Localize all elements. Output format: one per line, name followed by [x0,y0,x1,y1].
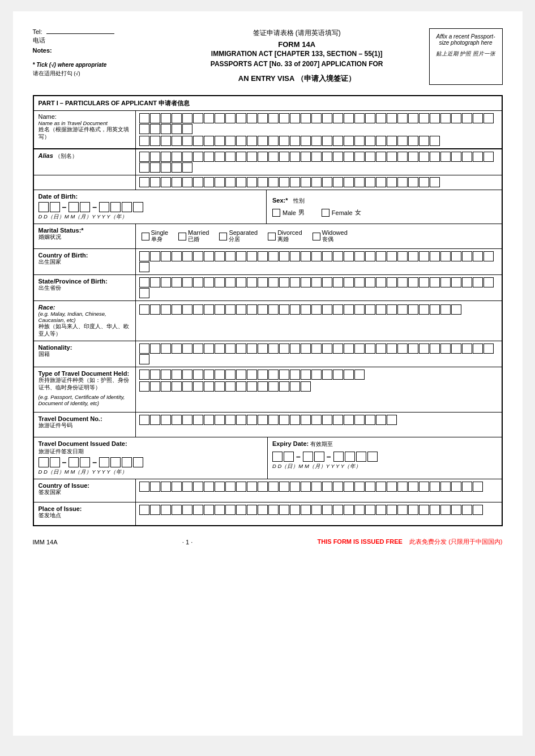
char-box[interactable] [172,415,182,425]
char-box[interactable] [483,152,494,162]
char-box[interactable] [150,177,160,187]
char-box[interactable] [236,482,246,492]
char-box[interactable] [139,262,149,272]
char-box[interactable] [397,304,408,315]
char-box[interactable] [419,277,429,287]
char-box[interactable] [215,381,225,392]
marital-married-checkbox[interactable] [178,233,186,240]
char-box[interactable] [215,113,225,123]
char-box[interactable] [182,505,192,515]
char-box[interactable] [365,277,375,287]
char-box[interactable] [376,177,386,187]
char-box[interactable] [133,457,143,467]
char-box[interactable] [279,177,289,187]
char-box[interactable] [172,343,182,354]
char-box[interactable] [430,136,440,146]
char-box[interactable] [279,277,289,287]
char-box[interactable] [473,251,483,261]
char-box[interactable] [258,277,268,287]
char-box[interactable] [344,505,354,515]
char-box[interactable] [139,415,149,425]
char-box[interactable] [354,113,365,123]
char-box[interactable] [268,113,279,123]
char-box[interactable] [290,251,300,261]
char-box[interactable] [344,304,354,315]
char-box[interactable] [50,457,60,467]
char-box[interactable] [279,505,289,515]
char-box[interactable] [440,152,451,162]
char-box[interactable] [311,482,322,492]
char-box[interactable] [451,152,461,162]
char-box[interactable] [322,136,332,146]
char-box[interactable] [376,505,386,515]
char-box[interactable] [182,304,192,315]
char-box[interactable] [408,136,418,146]
char-box[interactable] [419,482,429,492]
char-box[interactable] [258,113,268,123]
char-box[interactable] [247,343,257,354]
char-box[interactable] [462,251,472,261]
char-box[interactable] [301,251,311,261]
char-box[interactable] [344,277,354,287]
char-box[interactable] [258,370,268,380]
char-box[interactable] [367,452,378,462]
char-box[interactable] [311,370,322,380]
char-box[interactable] [322,113,332,123]
char-box[interactable] [397,482,408,492]
char-box[interactable] [247,277,257,287]
char-box[interactable] [204,251,214,261]
char-box[interactable] [408,251,418,261]
char-box[interactable] [139,343,149,354]
char-box[interactable] [258,136,268,146]
char-box[interactable] [354,482,365,492]
char-box[interactable] [139,251,149,261]
char-box[interactable] [161,113,171,123]
char-box[interactable] [193,177,203,187]
char-box[interactable] [419,152,429,162]
char-box[interactable] [354,505,365,515]
char-box[interactable] [258,482,268,492]
char-box[interactable] [365,152,375,162]
char-box[interactable] [354,343,365,354]
char-box[interactable] [333,415,343,425]
char-box[interactable] [258,152,268,162]
char-box[interactable] [172,113,182,123]
char-box[interactable] [419,177,429,187]
char-box[interactable] [268,152,279,162]
char-box[interactable] [290,113,300,123]
char-box[interactable] [150,251,160,261]
char-box[interactable] [279,251,289,261]
char-box[interactable] [193,381,203,392]
char-box[interactable] [354,277,365,287]
char-box[interactable] [430,113,440,123]
char-box[interactable] [182,152,192,162]
char-box[interactable] [139,381,149,392]
marital-widowed-checkbox[interactable] [313,233,320,240]
char-box[interactable] [150,370,160,380]
char-box[interactable] [387,482,397,492]
char-box[interactable] [397,277,408,287]
char-box[interactable] [150,124,160,134]
char-box[interactable] [314,452,324,462]
char-box[interactable] [139,136,149,146]
char-box[interactable] [247,415,257,425]
char-box[interactable] [473,277,483,287]
char-box[interactable] [268,304,279,315]
char-box[interactable] [301,177,311,187]
char-box[interactable] [215,370,225,380]
char-box[interactable] [139,482,149,492]
char-box[interactable] [247,113,257,123]
char-box[interactable] [204,343,214,354]
char-box[interactable] [408,177,418,187]
char-box[interactable] [303,452,313,462]
char-box[interactable] [290,482,300,492]
char-box[interactable] [225,381,236,392]
char-box[interactable] [301,152,311,162]
char-box[interactable] [376,304,386,315]
char-box[interactable] [204,482,214,492]
char-box[interactable] [301,482,311,492]
dob-yyyy1[interactable] [99,202,109,212]
char-box[interactable] [397,343,408,354]
char-box[interactable] [161,304,171,315]
char-box[interactable] [451,277,461,287]
